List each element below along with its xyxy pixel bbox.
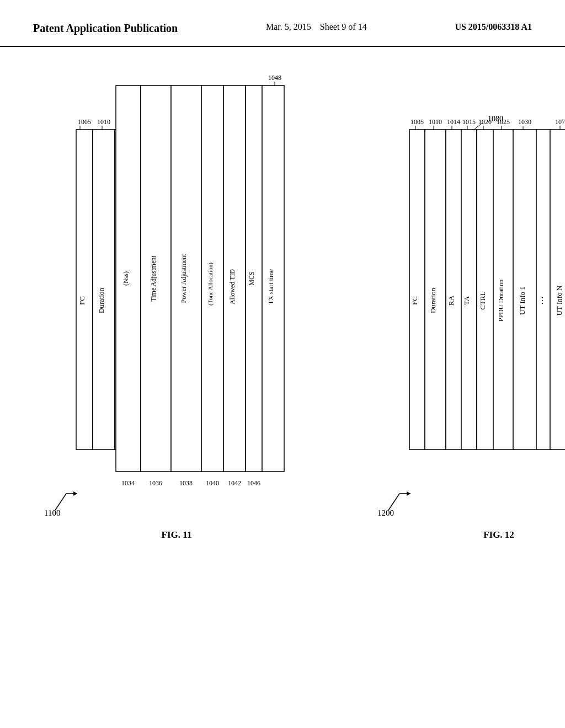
svg-marker-34 — [407, 491, 411, 496]
fig12-1030-id: 1030 — [518, 118, 531, 126]
fig12-diagram: 1200 1080 FC 1005 Duration 1010 RA 1014 … — [372, 58, 548, 709]
1036-id: 1036 — [149, 479, 162, 487]
nss-label: (Nss) — [122, 271, 130, 286]
svg-line-32 — [388, 494, 399, 510]
svg-rect-44 — [477, 130, 493, 449]
fig12-1020-id: 1020 — [478, 118, 492, 126]
publication-date: Mar. 5, 2015 — [266, 22, 311, 31]
1034-id: 1034 — [121, 479, 135, 487]
publication-sheet: Sheet 9 of 14 — [320, 22, 367, 31]
fig11-diagram: 1100 1080 FC 1005 Duration 1010 TA 1015 … — [17, 58, 281, 709]
1040-id: 1040 — [206, 479, 219, 487]
fig12-ta-label: TA — [462, 296, 471, 305]
svg-rect-36 — [409, 130, 425, 449]
fig12-1025-id: 1025 — [497, 118, 510, 126]
1005-id: 1005 — [78, 118, 91, 126]
publication-number: US 2015/0063318 A1 — [455, 22, 532, 32]
txstarttime-label: TX start time — [267, 269, 275, 304]
svg-rect-4 — [76, 130, 93, 449]
fc-label: FC — [78, 296, 86, 305]
fig12-utinfo1-label: UT Info 1 — [518, 286, 526, 315]
fig12-ellipsis-label: … — [535, 296, 545, 305]
fig12-utinfon-label: UT Info N — [555, 285, 563, 315]
1038-id: 1038 — [179, 479, 193, 487]
1010-id: 1010 — [97, 118, 110, 126]
publication-title: Patent Application Publication — [33, 22, 178, 35]
fig12-frame-id: 1200 — [377, 508, 394, 517]
fig12-ctrl-label: CTRL — [478, 291, 487, 309]
page-header: Patent Application Publication Mar. 5, 2… — [0, 0, 565, 47]
fig12-label: FIG. 12 — [483, 529, 514, 540]
diagrams-area: 1100 1080 FC 1005 Duration 1010 TA 1015 … — [0, 47, 565, 709]
1048-id: 1048 — [268, 74, 281, 82]
fig11-label: FIG. 11 — [162, 529, 192, 540]
fig12-1010-id: 1010 — [429, 118, 442, 126]
allowedtid-label: Allowed TID — [228, 269, 236, 304]
fig12-fc-label: FC — [411, 296, 419, 305]
fig12-1014-id: 1014 — [447, 118, 460, 126]
fig12-1075-id: 1075 — [555, 118, 565, 126]
svg-rect-40 — [446, 130, 461, 449]
svg-marker-2 — [73, 491, 77, 496]
duration-label: Duration — [97, 287, 105, 313]
1046-id: 1046 — [247, 479, 260, 487]
timeadj-label: Time Adjustment — [150, 255, 157, 302]
mcs-label: MCS — [248, 271, 255, 285]
svg-line-0 — [55, 494, 66, 510]
1042-id: 1042 — [228, 479, 241, 487]
fig12-ra-label: RA — [447, 295, 455, 306]
poweradj-label: Power Adjustment — [180, 254, 188, 303]
fig12-1005-id: 1005 — [411, 118, 424, 126]
fig12-ppdu-duration-label: PPDU Duration — [497, 280, 505, 322]
fig12-1015-id: 1015 — [462, 118, 476, 126]
fig12-duration-label: Duration — [429, 287, 437, 313]
svg-rect-50 — [536, 130, 550, 449]
svg-rect-42 — [461, 130, 477, 449]
fig11-frame-id: 1100 — [44, 508, 60, 517]
tonealloc-label: (Tone Allocation) — [207, 263, 214, 306]
publication-info: Mar. 5, 2015 Sheet 9 of 14 — [266, 22, 367, 32]
